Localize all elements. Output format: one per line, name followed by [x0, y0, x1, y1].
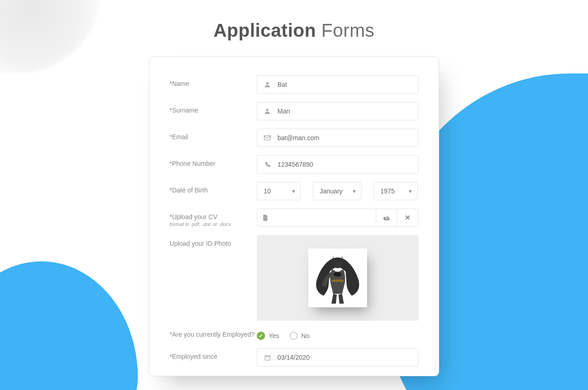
row-photo: Upload your ID Photo [170, 235, 418, 321]
phone-icon [257, 161, 277, 168]
radio-checked-icon [257, 332, 265, 340]
form-card: *Name *Surname *Email [149, 57, 439, 376]
employed-yes-label: Yes [269, 332, 279, 339]
label-cv-col: *Upload your CV format in .pdf, .doc or … [170, 209, 257, 227]
dob-year-select[interactable]: 1975 ▼ [373, 182, 418, 200]
photo-thumbnail [308, 249, 367, 307]
cloud-upload-icon [383, 215, 390, 221]
svg-point-1 [266, 109, 268, 111]
chevron-down-icon: ▼ [291, 189, 296, 194]
dob-year-value: 1975 [380, 187, 395, 195]
dob-day-value: 10 [264, 187, 271, 195]
cv-filename-display[interactable] [257, 209, 376, 227]
dob-month-value: January [320, 187, 343, 195]
label-surname: *Surname [170, 102, 257, 114]
radio-unchecked-icon [289, 332, 298, 340]
name-field[interactable] [277, 76, 418, 93]
surname-field[interactable] [277, 102, 418, 120]
label-cv-hint: format in .pdf, .doc or .docx [170, 221, 257, 227]
input-wrap-surname [257, 102, 418, 120]
dob-day-select[interactable]: 10 ▼ [257, 182, 301, 200]
page-title-strong: Application [214, 20, 316, 40]
row-employed-since: *Employed since [170, 348, 418, 367]
bg-blob-bottom-left [0, 261, 138, 390]
label-dob: *Date of Birth [170, 182, 257, 194]
user-icon [257, 107, 277, 115]
svg-rect-5 [265, 356, 270, 360]
label-phone: *Phone Number [170, 155, 257, 167]
svg-point-0 [266, 82, 268, 85]
row-surname: *Surname [170, 102, 418, 120]
file-icon [263, 215, 268, 221]
label-employed: *Are you currently Employed? [170, 329, 257, 338]
page-title-light: Forms [322, 20, 375, 40]
input-wrap-phone [257, 155, 418, 174]
row-employed: *Are you currently Employed? Yes No [170, 329, 418, 340]
photo-dropzone[interactable] [257, 235, 418, 321]
label-employed-since: *Employed since [170, 348, 257, 360]
label-cv: *Upload your CV [170, 213, 257, 220]
label-email: *Email [170, 129, 257, 141]
row-email: *Email [170, 129, 418, 147]
email-field[interactable] [277, 129, 418, 147]
employed-since-field[interactable] [277, 349, 418, 366]
row-name: *Name [170, 75, 418, 94]
employed-no-option[interactable]: No [289, 332, 310, 340]
row-dob: *Date of Birth 10 ▼ January ▼ 1975 ▼ [170, 182, 418, 200]
input-wrap-email [257, 129, 418, 147]
chevron-down-icon: ▼ [408, 189, 413, 194]
close-icon: ✕ [405, 214, 411, 222]
calendar-icon [257, 354, 277, 361]
label-photo: Upload your ID Photo [170, 235, 257, 247]
mail-icon [257, 135, 277, 141]
row-cv: *Upload your CV format in .pdf, .doc or … [170, 209, 418, 227]
employed-no-label: No [301, 332, 310, 339]
input-wrap-employed-since [257, 348, 418, 367]
page-title: Application Forms [0, 20, 588, 41]
phone-field[interactable] [277, 156, 418, 173]
label-name: *Name [170, 75, 257, 87]
svg-point-4 [334, 272, 341, 277]
row-phone: *Phone Number [170, 155, 418, 174]
cv-upload-button[interactable] [376, 209, 397, 227]
user-icon [257, 81, 277, 88]
input-wrap-name [257, 75, 418, 94]
dob-month-select[interactable]: January ▼ [313, 182, 362, 200]
employed-yes-option[interactable]: Yes [257, 332, 279, 340]
chevron-down-icon: ▼ [352, 189, 356, 194]
cv-clear-button[interactable]: ✕ [397, 209, 418, 227]
uploaded-photo-preview [311, 251, 364, 305]
svg-rect-3 [331, 280, 344, 282]
